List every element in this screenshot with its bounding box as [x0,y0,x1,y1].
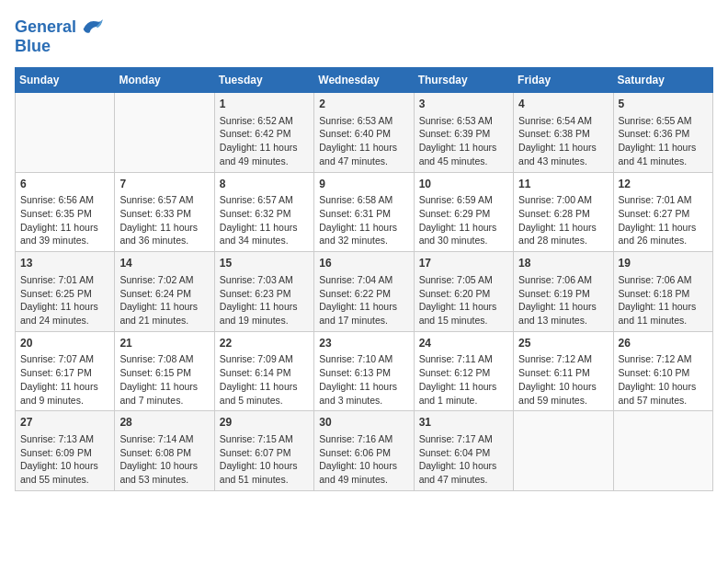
logo-text: General [15,18,76,37]
daylight-text: Daylight: 11 hours and 11 minutes. [619,301,697,326]
daylight-text: Daylight: 11 hours and 30 minutes. [419,222,497,247]
calendar-week-row: 6Sunrise: 6:56 AMSunset: 6:35 PMDaylight… [16,172,713,252]
calendar-week-row: 13Sunrise: 7:01 AMSunset: 6:25 PMDayligh… [16,252,713,332]
calendar-cell: 22Sunrise: 7:09 AMSunset: 6:14 PMDayligh… [214,331,313,411]
calendar-cell: 12Sunrise: 7:01 AMSunset: 6:27 PMDayligh… [613,172,712,252]
calendar-cell: 29Sunrise: 7:15 AMSunset: 6:07 PMDayligh… [214,411,313,491]
sunrise-text: Sunrise: 7:01 AM [619,194,692,205]
calendar-cell: 24Sunrise: 7:11 AMSunset: 6:12 PMDayligh… [414,331,513,411]
daylight-text: Daylight: 11 hours and 1 minute. [419,381,497,406]
daylight-text: Daylight: 11 hours and 45 minutes. [419,142,497,167]
daylight-text: Daylight: 11 hours and 5 minutes. [220,381,298,406]
day-number: 27 [20,415,109,431]
calendar-cell: 1Sunrise: 6:52 AMSunset: 6:42 PMDaylight… [214,93,313,173]
sunset-text: Sunset: 6:11 PM [518,367,590,378]
calendar-cell: 18Sunrise: 7:06 AMSunset: 6:19 PMDayligh… [514,252,613,332]
weekday-header: Tuesday [214,68,313,93]
daylight-text: Daylight: 10 hours and 57 minutes. [619,381,697,406]
day-number: 18 [518,256,608,271]
sunrise-text: Sunrise: 7:11 AM [419,353,493,364]
sunrise-text: Sunrise: 7:06 AM [518,274,592,285]
day-number: 11 [518,177,608,192]
day-number: 8 [220,177,309,192]
daylight-text: Daylight: 11 hours and 21 minutes. [119,301,198,326]
day-number: 20 [20,336,109,351]
calendar-table: SundayMondayTuesdayWednesdayThursdayFrid… [15,67,713,491]
day-number: 16 [319,256,408,271]
sunset-text: Sunset: 6:12 PM [419,367,491,378]
sunset-text: Sunset: 6:14 PM [220,367,291,378]
day-number: 26 [619,336,708,351]
day-number: 29 [220,415,309,431]
calendar-week-row: 27Sunrise: 7:13 AMSunset: 6:09 PMDayligh… [16,411,713,491]
sunrise-text: Sunrise: 7:03 AM [220,274,293,285]
logo-bird-icon [78,15,104,40]
calendar-cell: 19Sunrise: 7:06 AMSunset: 6:18 PMDayligh… [613,252,712,332]
calendar-cell: 16Sunrise: 7:04 AMSunset: 6:22 PMDayligh… [314,252,414,332]
calendar-cell [514,411,613,491]
sunrise-text: Sunrise: 7:13 AM [20,433,94,444]
day-number: 6 [20,177,109,192]
daylight-text: Daylight: 11 hours and 9 minutes. [20,381,98,406]
calendar-cell: 7Sunrise: 6:57 AMSunset: 6:33 PMDaylight… [115,172,214,252]
sunrise-text: Sunrise: 7:12 AM [518,353,592,364]
sunrise-text: Sunrise: 6:57 AM [220,194,293,205]
daylight-text: Daylight: 11 hours and 41 minutes. [619,142,697,167]
sunset-text: Sunset: 6:13 PM [319,367,391,378]
sunset-text: Sunset: 6:42 PM [220,128,291,139]
daylight-text: Daylight: 11 hours and 34 minutes. [220,222,298,247]
sunrise-text: Sunrise: 6:58 AM [319,194,392,205]
sunset-text: Sunset: 6:29 PM [419,208,491,219]
calendar-cell: 4Sunrise: 6:54 AMSunset: 6:38 PMDaylight… [514,93,613,173]
sunset-text: Sunset: 6:31 PM [319,208,391,219]
calendar-cell: 13Sunrise: 7:01 AMSunset: 6:25 PMDayligh… [16,252,115,332]
calendar-cell: 17Sunrise: 7:05 AMSunset: 6:20 PMDayligh… [414,252,513,332]
day-number: 30 [319,415,408,431]
daylight-text: Daylight: 11 hours and 24 minutes. [20,301,98,326]
sunset-text: Sunset: 6:08 PM [119,447,191,458]
sunrise-text: Sunrise: 7:01 AM [20,274,94,285]
calendar-cell [115,93,214,173]
sunset-text: Sunset: 6:40 PM [319,128,391,139]
sunset-text: Sunset: 6:39 PM [419,128,491,139]
calendar-cell: 6Sunrise: 6:56 AMSunset: 6:35 PMDaylight… [16,172,115,252]
sunset-text: Sunset: 6:06 PM [319,447,391,458]
weekday-header: Sunday [16,68,115,93]
sunset-text: Sunset: 6:15 PM [119,367,191,378]
sunrise-text: Sunrise: 7:06 AM [619,274,692,285]
sunrise-text: Sunrise: 7:02 AM [119,274,193,285]
calendar-cell [16,93,115,173]
daylight-text: Daylight: 11 hours and 36 minutes. [119,222,198,247]
sunset-text: Sunset: 6:17 PM [20,367,92,378]
weekday-header: Wednesday [314,68,414,93]
calendar-cell: 8Sunrise: 6:57 AMSunset: 6:32 PMDaylight… [214,172,313,252]
daylight-text: Daylight: 10 hours and 55 minutes. [20,460,98,485]
day-number: 3 [419,97,508,112]
sunrise-text: Sunrise: 6:54 AM [518,115,592,126]
sunrise-text: Sunrise: 6:53 AM [319,115,392,126]
daylight-text: Daylight: 10 hours and 49 minutes. [319,460,397,485]
daylight-text: Daylight: 11 hours and 28 minutes. [518,222,597,247]
sunset-text: Sunset: 6:35 PM [20,208,92,219]
sunrise-text: Sunrise: 7:08 AM [119,353,193,364]
daylight-text: Daylight: 11 hours and 39 minutes. [20,222,98,247]
day-number: 1 [220,97,309,112]
calendar-cell: 3Sunrise: 6:53 AMSunset: 6:39 PMDaylight… [414,93,513,173]
day-number: 19 [619,256,708,271]
sunrise-text: Sunrise: 7:14 AM [119,433,193,444]
sunrise-text: Sunrise: 6:57 AM [119,194,193,205]
calendar-cell: 23Sunrise: 7:10 AMSunset: 6:13 PMDayligh… [314,331,414,411]
daylight-text: Daylight: 11 hours and 19 minutes. [220,301,298,326]
daylight-text: Daylight: 10 hours and 59 minutes. [518,381,597,406]
sunrise-text: Sunrise: 7:12 AM [619,353,692,364]
day-number: 31 [419,415,508,431]
weekday-header: Thursday [414,68,513,93]
sunrise-text: Sunrise: 6:55 AM [619,115,692,126]
day-number: 17 [419,256,508,271]
calendar-cell: 10Sunrise: 6:59 AMSunset: 6:29 PMDayligh… [414,172,513,252]
sunset-text: Sunset: 6:36 PM [619,128,690,139]
sunrise-text: Sunrise: 6:53 AM [419,115,493,126]
day-number: 10 [419,177,508,192]
day-number: 5 [619,97,708,112]
calendar-cell: 28Sunrise: 7:14 AMSunset: 6:08 PMDayligh… [115,411,214,491]
